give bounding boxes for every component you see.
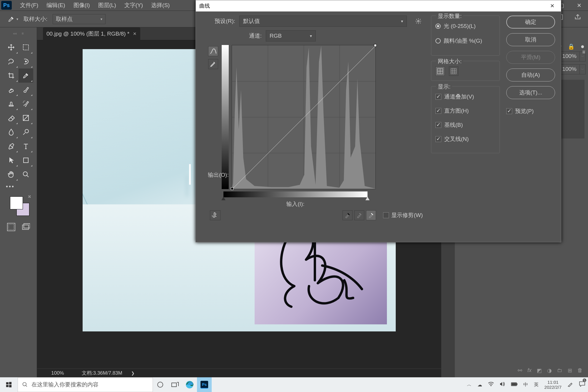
eyedropper-tool[interactable] <box>19 69 33 83</box>
curve-graph[interactable]: 输出(O): <box>232 45 376 189</box>
color-swatches[interactable]: ⤭ <box>9 195 28 215</box>
curve-pencil-tool[interactable] <box>208 59 218 69</box>
type-tool[interactable] <box>19 139 33 153</box>
smooth-button[interactable]: 平滑(M) <box>506 51 555 64</box>
dodge-tool[interactable] <box>19 125 33 139</box>
light-radio[interactable]: 光 (0-255)(L) <box>435 21 495 31</box>
white-eyedropper[interactable] <box>366 210 376 220</box>
path-select-tool[interactable] <box>4 153 19 167</box>
auto-button[interactable]: 自动(A) <box>506 69 555 81</box>
volume-icon[interactable] <box>497 382 508 388</box>
channel-overlay-checkbox[interactable]: 通道叠加(V) <box>435 92 495 102</box>
layer-group-icon[interactable]: 🗀 <box>557 367 562 374</box>
healing-brush-tool[interactable] <box>4 83 19 97</box>
curve-point-tool[interactable] <box>208 46 218 56</box>
delete-layer-icon[interactable]: 🗑 <box>577 367 583 374</box>
preview-checkbox[interactable]: 预览(P) <box>506 107 555 115</box>
quick-select-tool[interactable] <box>19 54 33 69</box>
ink-workspace-icon[interactable] <box>564 381 576 388</box>
crop-tool[interactable] <box>4 69 19 83</box>
onedrive-icon[interactable]: ☁ <box>475 382 485 388</box>
menu-type[interactable]: 文字(Y) <box>120 0 147 11</box>
window-close-button[interactable]: ✕ <box>570 0 588 11</box>
shape-tool[interactable] <box>19 153 33 167</box>
histogram-checkbox[interactable]: 直方图(H) <box>435 106 495 116</box>
targeted-adjust-button[interactable] <box>210 210 220 220</box>
cancel-button[interactable]: 取消 <box>506 33 555 46</box>
curve-point-highlight[interactable] <box>374 44 377 47</box>
dialog-close-button[interactable]: ✕ <box>547 1 557 10</box>
taskbar-search[interactable]: 在这里输入你要搜索的内容 <box>18 377 153 392</box>
gray-eyedropper[interactable] <box>354 210 364 220</box>
marquee-tool[interactable] <box>19 40 33 54</box>
white-point-slider[interactable] <box>365 197 370 200</box>
pen-tool[interactable] <box>4 139 19 153</box>
edge-icon[interactable] <box>182 377 197 392</box>
gradient-tool[interactable] <box>19 111 33 125</box>
grid-10x10-button[interactable] <box>449 66 458 76</box>
zoom-level[interactable]: 100% <box>37 370 78 376</box>
battery-icon[interactable] <box>508 382 520 387</box>
opacity-arrow-icon[interactable]: ﹀ <box>580 51 586 61</box>
standard-mode-icon[interactable] <box>7 223 15 231</box>
dialog-title-bar[interactable]: 曲线 ✕ <box>196 0 561 11</box>
lasso-tool[interactable] <box>4 54 19 69</box>
opacity-value[interactable]: 100% <box>559 51 580 61</box>
wifi-icon[interactable] <box>485 382 497 388</box>
intersection-checkbox[interactable]: 交叉线(N) <box>435 134 495 144</box>
hand-tool[interactable] <box>4 167 19 181</box>
preset-settings-icon[interactable] <box>414 17 423 26</box>
new-layer-icon[interactable]: ⊞ <box>568 367 572 374</box>
channel-select[interactable]: RGB <box>266 30 316 41</box>
share-icon[interactable] <box>573 13 582 21</box>
document-tab[interactable]: 00.jpg @ 100% (图层 1, RGB/8) * ✕ <box>43 27 140 40</box>
close-tab-icon[interactable]: ✕ <box>133 31 137 36</box>
fill-value[interactable]: 100% <box>559 64 580 74</box>
photoshop-taskbar-icon[interactable]: Ps <box>197 377 212 392</box>
black-eyedropper[interactable] <box>343 210 353 220</box>
stamp-tool[interactable] <box>4 97 19 111</box>
tool-preset-dropdown[interactable] <box>8 14 18 24</box>
taskbar-clock[interactable]: 11:01 2022/2/7 <box>542 380 564 390</box>
ime-sub[interactable]: 英 <box>531 382 542 388</box>
zoom-tool[interactable] <box>19 167 33 181</box>
curve-point-shadow[interactable] <box>231 187 233 190</box>
status-menu-icon[interactable]: ❯ <box>131 371 135 376</box>
menu-file[interactable]: 文件(F) <box>16 0 42 11</box>
task-view-icon[interactable] <box>168 377 182 392</box>
options-button[interactable]: 选项(T)... <box>506 86 555 99</box>
adjustment-layer-icon[interactable]: ◑ <box>547 367 552 374</box>
blur-tool[interactable] <box>4 125 19 139</box>
history-brush-tool[interactable] <box>19 97 33 111</box>
lock-icon[interactable]: 🔒 <box>568 43 575 50</box>
move-tool[interactable] <box>4 40 19 54</box>
doc-size[interactable]: 文档:3.36M/7.83M <box>78 370 122 376</box>
menu-select[interactable]: 选择(S) <box>147 0 174 11</box>
brush-tool[interactable] <box>19 83 33 97</box>
show-clipping-checkbox[interactable] <box>383 212 389 218</box>
menu-edit[interactable]: 编辑(E) <box>42 0 69 11</box>
start-button[interactable] <box>0 377 18 392</box>
grid-4x4-button[interactable] <box>435 66 445 76</box>
fill-arrow-icon[interactable]: ﹀ <box>580 64 586 74</box>
pigment-radio[interactable]: 颜料/油墨 %(G) <box>435 36 495 46</box>
edit-toolbar-button[interactable]: ••• <box>6 183 15 190</box>
sample-size-select[interactable]: 取样点 ▾ <box>53 14 106 24</box>
ok-button[interactable]: 确定 <box>506 16 555 29</box>
action-center-icon[interactable]: 5 <box>576 381 588 388</box>
layer-fx-icon[interactable]: fx <box>527 367 532 374</box>
eraser-tool[interactable] <box>4 111 19 125</box>
screen-mode-icon[interactable] <box>22 223 30 231</box>
black-point-slider[interactable] <box>221 197 225 200</box>
cortana-icon[interactable] <box>153 377 168 392</box>
menu-image[interactable]: 图像(I) <box>69 0 94 11</box>
swap-colors-icon[interactable]: ⤭ <box>28 194 31 199</box>
layer-mask-icon[interactable]: ◩ <box>537 367 542 374</box>
baseline-checkbox[interactable]: 基线(B) <box>435 120 495 130</box>
foreground-color-swatch[interactable] <box>10 196 23 209</box>
menu-layer[interactable]: 图层(L) <box>94 0 120 11</box>
tray-chevron-icon[interactable]: ︿ <box>464 382 475 388</box>
ime-lang[interactable]: 中 <box>520 382 531 388</box>
preset-select[interactable]: 默认值 <box>239 16 407 27</box>
link-layers-icon[interactable]: ⚯ <box>518 367 522 374</box>
